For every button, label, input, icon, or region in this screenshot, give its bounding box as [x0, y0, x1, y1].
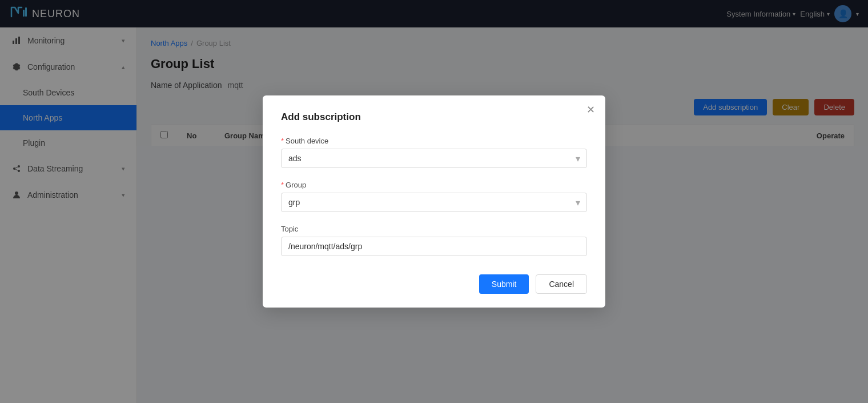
- add-subscription-modal: Add subscription ✕ * South device ads * …: [263, 95, 605, 308]
- modal-footer: Submit Cancel: [281, 274, 587, 294]
- group-select[interactable]: grp: [281, 193, 587, 212]
- south-device-select-wrapper: ads: [281, 149, 587, 168]
- topic-input[interactable]: [281, 237, 587, 256]
- modal-close-button[interactable]: ✕: [586, 105, 595, 115]
- south-device-group: * South device ads: [281, 137, 587, 168]
- required-star-group: *: [281, 181, 284, 189]
- submit-button[interactable]: Submit: [479, 274, 529, 294]
- south-device-select[interactable]: ads: [281, 149, 587, 168]
- cancel-button[interactable]: Cancel: [536, 274, 587, 294]
- required-star-south: *: [281, 137, 284, 145]
- south-device-label: * South device: [281, 137, 587, 145]
- group-form-group: * Group grp: [281, 181, 587, 212]
- group-label: * Group: [281, 181, 587, 189]
- modal-title: Add subscription: [281, 111, 587, 123]
- modal-overlay[interactable]: Add subscription ✕ * South device ads * …: [0, 0, 868, 403]
- topic-form-group: Topic: [281, 225, 587, 256]
- group-select-wrapper: grp: [281, 193, 587, 212]
- topic-label: Topic: [281, 225, 587, 233]
